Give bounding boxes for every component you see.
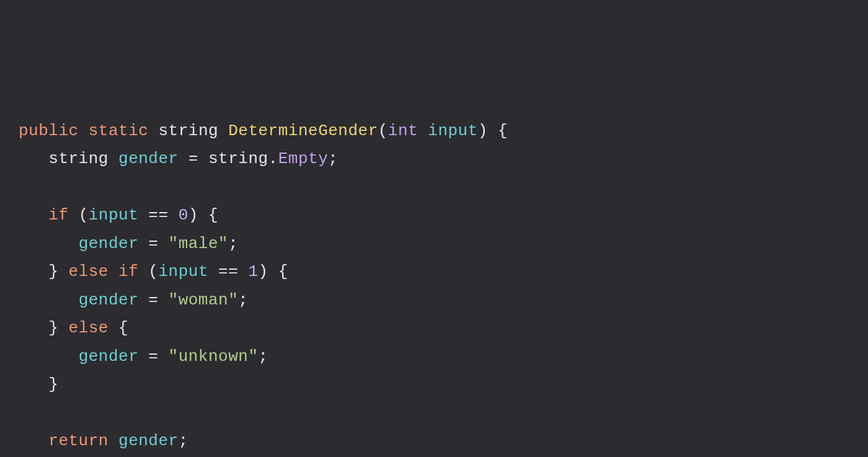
string-literal: "woman" (169, 291, 239, 309)
semicolon: ; (179, 432, 188, 450)
var-gender: gender (79, 234, 139, 253)
string-literal: "male" (169, 234, 229, 253)
var-input: input (89, 206, 139, 224)
paren-close: ) (259, 262, 268, 281)
paren-close: ) (478, 122, 488, 140)
blank-line (19, 174, 849, 202)
keyword-public: public (19, 122, 79, 140)
space (79, 122, 89, 140)
function-name: DetermineGender (228, 122, 378, 140)
var-gender: gender (118, 432, 179, 450)
string-obj: string (208, 149, 268, 168)
keyword-else: else (58, 319, 118, 337)
paren-open: ( (378, 122, 388, 140)
equals: = (138, 347, 168, 366)
param-type: int (388, 122, 418, 140)
code-line: } else if (input == 1) { (19, 258, 849, 286)
code-block: public static string DetermineGender(int… (19, 117, 849, 458)
indent (19, 319, 48, 337)
brace-close: } (48, 375, 58, 394)
indent (19, 262, 48, 281)
semicolon: ; (328, 149, 338, 168)
code-line: gender = "woman"; (19, 286, 849, 315)
semicolon: ; (238, 291, 248, 309)
code-line: gender = "unknown"; (19, 343, 849, 371)
code-line: public static string DetermineGender(int… (19, 117, 849, 146)
space (218, 122, 228, 140)
code-line: return gender; (19, 427, 849, 456)
keyword-static: static (89, 122, 149, 140)
paren-open: ( (138, 262, 158, 281)
equals-op: == (208, 262, 248, 281)
brace-open: { (118, 319, 128, 337)
code-line: gender = "male"; (19, 230, 849, 259)
space (108, 432, 118, 450)
brace-close: } (48, 262, 58, 281)
equals: = (179, 149, 208, 168)
indent (19, 149, 48, 168)
space (148, 122, 158, 140)
var-gender: gender (79, 291, 139, 309)
indent (19, 206, 48, 224)
keyword-if: if (48, 206, 68, 224)
indent (19, 291, 79, 309)
var-gender: gender (118, 149, 179, 168)
code-line: if (input == 0) { (19, 202, 849, 230)
semicolon: ; (259, 347, 268, 366)
paren-close: ) (188, 206, 198, 224)
param-name: input (428, 122, 478, 140)
indent (19, 375, 48, 394)
var-input: input (158, 262, 208, 281)
type-string: string (48, 149, 108, 168)
keyword-return: return (48, 432, 108, 450)
equals: = (138, 291, 168, 309)
var-gender: gender (79, 347, 139, 366)
indent (19, 347, 79, 366)
indent (19, 234, 79, 253)
brace-open: { (488, 122, 508, 140)
number-literal: 1 (248, 262, 258, 281)
semicolon: ; (228, 234, 238, 253)
brace-open: { (198, 206, 218, 224)
keyword-if: if (118, 262, 138, 281)
prop-empty: Empty (278, 149, 329, 168)
keyword-else: else (58, 262, 118, 281)
code-line: } (19, 371, 849, 399)
code-line: } else { (19, 314, 849, 343)
type-string: string (158, 122, 218, 140)
space (108, 149, 118, 168)
blank-line (19, 399, 849, 428)
string-literal: "unknown" (169, 347, 259, 366)
brace-open: { (268, 262, 288, 281)
indent (19, 432, 48, 450)
equals-op: == (138, 206, 178, 224)
number-literal: 0 (179, 206, 188, 224)
equals: = (138, 234, 168, 253)
paren-open: ( (69, 206, 89, 224)
code-line: string gender = string.Empty; (19, 145, 849, 174)
brace-close: } (48, 319, 58, 337)
space (418, 122, 428, 140)
dot: . (268, 149, 278, 168)
